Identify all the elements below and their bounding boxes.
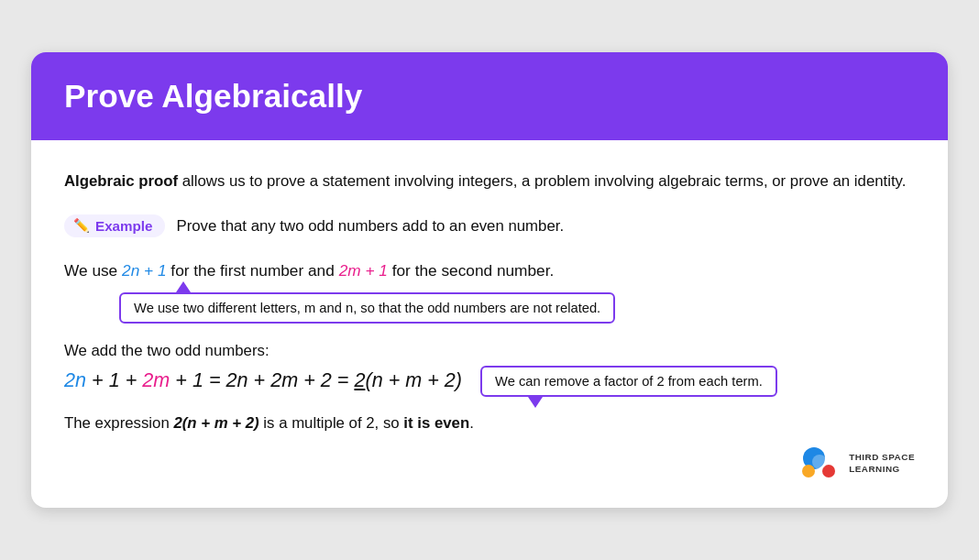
expr-2n1: 2n + 1 (122, 261, 167, 280)
use-line: We use 2n + 1 for the first number and 2… (64, 258, 915, 284)
svg-point-1 (802, 465, 815, 478)
conclusion-paragraph: The expression 2(n + m + 2) is a multipl… (64, 412, 915, 436)
eq-2m: 2m (142, 368, 170, 391)
page-header: Prove Algebraically (31, 52, 948, 140)
tooltip-different-letters: We use two different letters, m and n, s… (119, 292, 615, 324)
footer-row: THIRD SPACE LEARNING (64, 445, 915, 482)
intro-rest: allows us to prove a statement involving… (178, 172, 906, 190)
pencil-icon: ✏️ (73, 218, 90, 234)
expr-2m1: 2m + 1 (339, 261, 388, 280)
example-badge: ✏️ Example (64, 214, 165, 237)
eq-2n: 2n (64, 368, 86, 391)
intro-bold: Algebraic proof (64, 172, 178, 190)
main-content: Algebraic proof allows us to prove a sta… (31, 140, 948, 507)
conclusion-expr: 2(n + m + 2) (173, 414, 258, 432)
card: Prove Algebraically Algebraic proof allo… (31, 52, 948, 507)
example-row: ✏️ Example Prove that any two odd number… (64, 214, 915, 237)
conclusion-bold: it is even (403, 414, 469, 432)
logo-circles (801, 445, 842, 482)
example-label: Example (95, 218, 152, 234)
equation-display: 2n + 1 + 2m + 1 = 2n + 2m + 2 = 2(n + m … (64, 366, 462, 395)
logo-svg (801, 445, 842, 478)
logo-area: THIRD SPACE LEARNING (801, 445, 915, 482)
equation-row: 2n + 1 + 2m + 1 = 2n + 2m + 2 = 2(n + m … (64, 366, 915, 397)
intro-paragraph: Algebraic proof allows us to prove a sta… (64, 170, 915, 194)
tooltip-factor: We can remove a factor of 2 from each te… (480, 366, 777, 397)
logo-text: THIRD SPACE LEARNING (849, 452, 915, 476)
use-line-block: We use 2n + 1 for the first number and 2… (64, 258, 915, 323)
page-title: Prove Algebraically (64, 78, 915, 115)
add-section: We add the two odd numbers: 2n + 1 + 2m … (64, 342, 915, 397)
add-label: We add the two odd numbers: (64, 342, 915, 360)
equation-wrapper: 2n + 1 + 2m + 1 = 2n + 2m + 2 = 2(n + m … (64, 366, 462, 395)
example-question: Prove that any two odd numbers add to an… (176, 217, 564, 236)
svg-point-3 (812, 455, 827, 469)
